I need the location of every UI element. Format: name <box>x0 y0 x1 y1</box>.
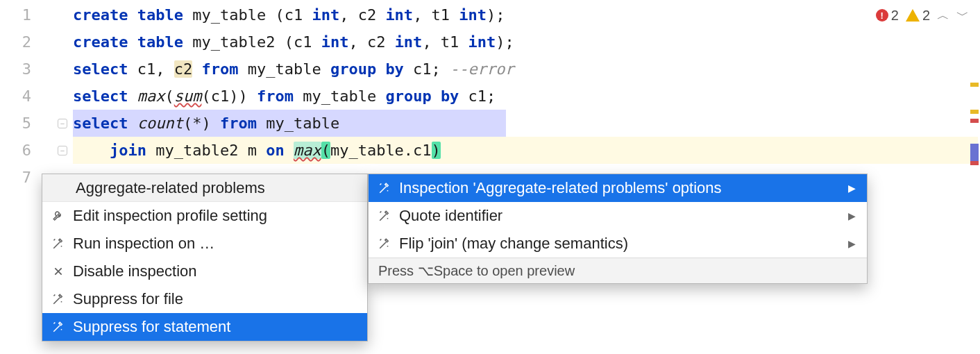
fold-toggle-icon[interactable]: – <box>58 119 67 128</box>
warning-count[interactable]: 2 <box>906 8 930 24</box>
line-number: 1 <box>0 1 73 28</box>
magic-wand-icon <box>377 208 392 224</box>
menu-header-label: Aggregate-related problems <box>76 179 265 197</box>
menu-item-suppress-statement[interactable]: Suppress for statement <box>42 313 367 341</box>
menu-item-inspection-options[interactable]: Inspection 'Aggregate-related problems' … <box>369 174 867 202</box>
error-count[interactable]: ! 2 <box>876 8 899 24</box>
magic-wand-icon <box>377 236 392 251</box>
menu-footer-hint: Press ⌥Space to open preview <box>369 258 867 283</box>
code-line[interactable]: join my_table2 m on max(my_table.c1) <box>73 137 980 164</box>
code-line[interactable]: create table my_table2 (c1 int, c2 int, … <box>73 28 980 56</box>
menu-item-label: Suppress for statement <box>73 318 356 336</box>
error-stripe[interactable] <box>970 161 979 165</box>
magic-wand-icon <box>377 180 392 196</box>
menu-item-label: Suppress for file <box>73 290 356 308</box>
menu-item-label: Inspection 'Aggregate-related problems' … <box>399 179 841 197</box>
menu-item-run-inspection[interactable]: Run inspection on … <box>42 230 367 258</box>
warning-stripe[interactable] <box>970 110 979 114</box>
menu-item-suppress-file[interactable]: Suppress for file <box>42 285 367 313</box>
menu-item-label: Disable inspection <box>73 262 356 280</box>
line-number: 4 <box>0 83 73 110</box>
menu-item-flip-join[interactable]: Flip 'join' (may change semantics) ▶ <box>369 230 867 258</box>
line-number: 5– <box>0 110 73 137</box>
menu-item-disable-inspection[interactable]: Disable inspection <box>42 258 367 285</box>
warning-icon <box>906 9 920 22</box>
prev-highlight-icon[interactable]: ︿ <box>937 7 949 24</box>
inspection-context-menu: Aggregate-related problems Edit inspecti… <box>42 174 368 342</box>
line-number: 3 <box>0 56 73 83</box>
inspection-status-bar[interactable]: ! 2 2 ︿ ﹀ <box>876 7 969 24</box>
submenu-arrow-icon: ▶ <box>848 183 856 194</box>
code-line[interactable]: select count(*) from my_table <box>73 110 980 137</box>
menu-footer-label: Press ⌥Space to open preview <box>378 263 575 278</box>
submenu-arrow-icon: ▶ <box>848 238 856 249</box>
error-stripe[interactable] <box>970 119 979 123</box>
inspection-menu-header: Aggregate-related problems <box>42 174 367 202</box>
line-number: 2 <box>0 28 73 56</box>
code-line[interactable]: select max(sum(c1)) from my_table group … <box>73 83 980 110</box>
magic-wand-icon <box>51 319 66 335</box>
close-x-icon <box>51 264 66 279</box>
fold-toggle-icon[interactable]: – <box>58 146 67 155</box>
next-highlight-icon[interactable]: ﹀ <box>956 7 969 24</box>
submenu-arrow-icon: ▶ <box>848 210 856 221</box>
code-line[interactable]: create table my_table (c1 int, c2 int, t… <box>73 1 980 28</box>
error-stripe-bar[interactable] <box>969 0 979 354</box>
line-number: 6– <box>0 137 73 164</box>
warning-stripe[interactable] <box>970 83 979 87</box>
inspection-submenu: Inspection 'Aggregate-related problems' … <box>368 174 868 284</box>
wrench-icon <box>51 208 66 224</box>
error-count-value: 2 <box>891 8 899 24</box>
menu-item-label: Flip 'join' (may change semantics) <box>399 235 841 253</box>
error-icon: ! <box>876 9 888 22</box>
warning-count-value: 2 <box>922 8 930 24</box>
menu-item-quote-identifier[interactable]: Quote identifier ▶ <box>369 202 867 230</box>
magic-wand-icon <box>51 292 66 307</box>
menu-item-edit-profile[interactable]: Edit inspection profile setting <box>42 202 367 230</box>
menu-item-label: Quote identifier <box>399 207 841 225</box>
magic-wand-icon <box>51 236 66 251</box>
code-line[interactable]: select c1, c2 from my_table group by c1;… <box>73 56 980 83</box>
menu-item-label: Edit inspection profile setting <box>73 207 356 225</box>
menu-item-label: Run inspection on … <box>73 235 356 253</box>
